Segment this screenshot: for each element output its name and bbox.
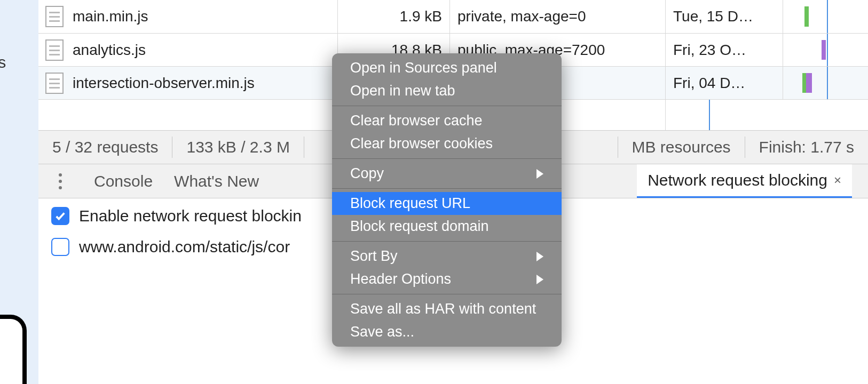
menu-copy[interactable]: Copy [332,162,562,185]
submenu-arrow-icon [536,275,543,284]
menu-sort-by[interactable]: Sort By [332,245,562,268]
waterfall-marker [827,0,828,33]
waterfall-marker [709,100,710,130]
menu-open-new-tab[interactable]: Open in new tab [332,79,562,102]
menu-save-as[interactable]: Save as... [332,321,562,343]
menu-clear-cache[interactable]: Clear browser cache [332,109,562,132]
submenu-arrow-icon [536,252,543,261]
tab-label: Network request blocking [648,171,827,189]
request-time: Fri, 23 O… [665,34,783,66]
enable-blocking-checkbox[interactable] [51,207,69,225]
submenu-arrow-icon [536,169,543,179]
device-frame-corner [0,315,27,384]
request-time: Fri, 04 D… [665,67,783,99]
file-icon [38,6,70,27]
waterfall-marker [827,34,828,66]
more-tabs-icon[interactable] [48,173,73,189]
request-name: intersection-observer.min.js [70,75,337,92]
request-cache: private, max-age=0 [449,0,665,33]
tab-console[interactable]: Console [83,164,163,198]
pattern-text: www.android.com/static/js/cor [79,238,290,256]
menu-block-domain[interactable]: Block request domain [332,215,562,238]
status-resources: MB resources [618,137,745,158]
request-time: Tue, 15 D… [665,0,783,33]
tab-whats-new[interactable]: What's New [163,164,270,198]
status-finish: Finish: 1.77 s [745,137,868,158]
status-requests: 5 / 32 requests [38,137,172,158]
left-edge-text: /s [0,53,6,71]
enable-blocking-label: Enable network request blockin [79,207,302,225]
request-name: main.min.js [70,8,337,25]
menu-header-options[interactable]: Header Options [332,268,562,291]
menu-open-sources[interactable]: Open in Sources panel [332,57,562,79]
waterfall-bar [802,73,812,93]
pattern-checkbox[interactable] [51,238,69,256]
file-icon [38,73,70,94]
context-menu: Open in Sources panel Open in new tab Cl… [332,53,562,347]
waterfall-cell [783,34,868,66]
file-icon [38,39,70,61]
table-row[interactable]: main.min.js 1.9 kB private, max-age=0 Tu… [38,0,868,33]
waterfall-bar [822,40,826,60]
status-transferred: 133 kB / 2.3 M [172,137,304,158]
waterfall-marker [827,67,828,99]
menu-clear-cookies[interactable]: Clear browser cookies [332,132,562,155]
waterfall-cell [783,0,868,33]
request-size: 1.9 kB [337,0,449,33]
waterfall-cell [783,67,868,99]
menu-block-url[interactable]: Block request URL [332,192,562,215]
check-icon [54,210,66,222]
tab-network-request-blocking[interactable]: Network request blocking × [637,164,852,198]
waterfall-bar [804,6,809,27]
close-tab-icon[interactable]: × [834,173,841,188]
request-name: analytics.js [70,42,337,59]
left-sidebar-slice: /s [0,0,38,384]
menu-save-har[interactable]: Save all as HAR with content [332,298,562,321]
